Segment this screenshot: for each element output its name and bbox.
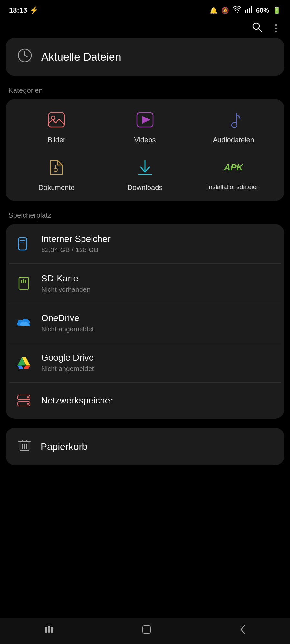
svg-rect-17	[18, 238, 27, 250]
status-right: 🔔 🔕 60% 🔋	[210, 6, 281, 15]
internal-storage-text: Interner Speicher 82,34 GB / 128 GB	[41, 234, 111, 254]
clock-icon	[17, 48, 32, 66]
apk-label: Installationsdateien	[207, 184, 260, 191]
lightning-icon: ⚡	[30, 6, 38, 14]
category-bilder[interactable]: Bilder	[12, 108, 101, 144]
audio-icon	[222, 108, 245, 131]
svg-rect-0	[245, 10, 247, 13]
svg-line-5	[258, 28, 261, 31]
status-bar: 18:13 ⚡ 🔔 🔕 60% 🔋	[0, 0, 290, 18]
googledrive-text: Google Drive Nicht angemeldet	[41, 353, 94, 373]
kategorien-section-label: Kategorien	[6, 86, 284, 95]
trash-card[interactable]: Papierkorb	[6, 428, 284, 465]
toolbar: ⋮	[0, 18, 290, 38]
categories-grid: Bilder Videos	[12, 108, 278, 192]
category-downloads[interactable]: Downloads	[101, 156, 189, 192]
time-display: 18:13	[9, 6, 27, 14]
dokumente-icon	[45, 156, 68, 179]
svg-line-8	[25, 55, 28, 57]
main-content: Aktuelle Dateien Kategorien Bilder	[0, 38, 290, 465]
category-videos[interactable]: Videos	[101, 108, 189, 144]
category-apk[interactable]: APK Installationsdateien	[189, 156, 278, 192]
speicherplatz-section-label: Speicherplatz	[6, 211, 284, 220]
svg-point-31	[27, 403, 29, 405]
onedrive-sub: Nicht angemeldet	[41, 325, 94, 333]
storage-card: Interner Speicher 82,34 GB / 128 GB SD-K…	[6, 224, 284, 419]
svg-point-14	[54, 168, 57, 172]
sd-card-name: SD-Karte	[41, 273, 91, 284]
network-storage-icon	[15, 392, 32, 409]
storage-onedrive[interactable]: OneDrive Nicht angemeldet	[9, 303, 281, 343]
svg-rect-38	[48, 626, 50, 633]
storage-sd[interactable]: SD-Karte Nicht vorhanden	[9, 264, 281, 303]
sd-card-icon	[15, 275, 32, 292]
svg-marker-26	[17, 365, 23, 369]
battery-icon: 🔋	[273, 6, 281, 14]
audio-label: Audiodateien	[213, 136, 254, 144]
internal-storage-icon	[15, 235, 32, 252]
status-left: 18:13 ⚡	[9, 6, 38, 14]
googledrive-icon	[15, 354, 32, 371]
search-button[interactable]	[251, 21, 262, 34]
onedrive-icon	[15, 315, 32, 331]
svg-rect-20	[19, 277, 29, 289]
category-dokumente[interactable]: Dokumente	[12, 156, 101, 192]
recents-nav-button[interactable]	[44, 624, 54, 635]
internal-storage-name: Interner Speicher	[41, 234, 111, 244]
videos-icon	[133, 108, 157, 131]
downloads-label: Downloads	[128, 184, 163, 192]
svg-rect-39	[51, 627, 53, 633]
storage-internal[interactable]: Interner Speicher 82,34 GB / 128 GB	[9, 224, 281, 264]
storage-network[interactable]: Netzwerkspeicher	[9, 383, 281, 419]
sd-card-sub: Nicht vorhanden	[41, 286, 91, 293]
onedrive-name: OneDrive	[41, 313, 94, 323]
network-storage-text: Netzwerkspeicher	[41, 395, 113, 406]
wifi-icon	[233, 6, 241, 15]
bilder-icon	[45, 108, 68, 131]
svg-rect-3	[251, 6, 252, 13]
svg-rect-2	[249, 8, 250, 13]
svg-rect-21	[21, 280, 22, 283]
svg-rect-23	[25, 280, 26, 283]
svg-marker-27	[23, 365, 30, 369]
googledrive-sub: Nicht angemeldet	[41, 365, 94, 373]
signal-icon	[245, 6, 252, 15]
network-storage-name: Netzwerkspeicher	[41, 395, 113, 406]
svg-rect-9	[48, 113, 64, 127]
bottom-navigation	[0, 618, 290, 644]
mute-icon: 🔕	[221, 7, 229, 14]
svg-point-13	[232, 122, 237, 128]
svg-rect-1	[247, 9, 248, 13]
home-nav-button[interactable]	[142, 625, 151, 634]
alarm-icon: 🔔	[210, 7, 218, 14]
svg-rect-22	[23, 279, 24, 283]
svg-marker-12	[142, 116, 150, 124]
svg-point-30	[27, 396, 29, 398]
categories-card: Bilder Videos	[6, 99, 284, 201]
svg-point-10	[51, 116, 55, 120]
battery-display: 60%	[256, 7, 269, 14]
internal-storage-sub: 82,34 GB / 128 GB	[41, 246, 111, 254]
apk-icon: APK	[222, 156, 245, 179]
back-nav-button[interactable]	[239, 624, 246, 635]
onedrive-text: OneDrive Nicht angemeldet	[41, 313, 94, 333]
dokumente-label: Dokumente	[38, 184, 75, 192]
googledrive-name: Google Drive	[41, 353, 94, 363]
svg-rect-37	[45, 627, 47, 633]
recent-files-label: Aktuelle Dateien	[41, 51, 121, 63]
trash-label: Papierkorb	[41, 441, 87, 452]
recent-files-card[interactable]: Aktuelle Dateien	[6, 38, 284, 76]
downloads-icon	[133, 156, 157, 179]
videos-label: Videos	[134, 136, 156, 144]
more-options-button[interactable]: ⋮	[271, 22, 281, 33]
svg-rect-40	[143, 626, 150, 633]
trash-icon	[17, 438, 32, 455]
storage-googledrive[interactable]: Google Drive Nicht angemeldet	[9, 343, 281, 383]
bilder-label: Bilder	[47, 136, 65, 144]
sd-card-text: SD-Karte Nicht vorhanden	[41, 273, 91, 293]
category-audio[interactable]: Audiodateien	[189, 108, 278, 144]
